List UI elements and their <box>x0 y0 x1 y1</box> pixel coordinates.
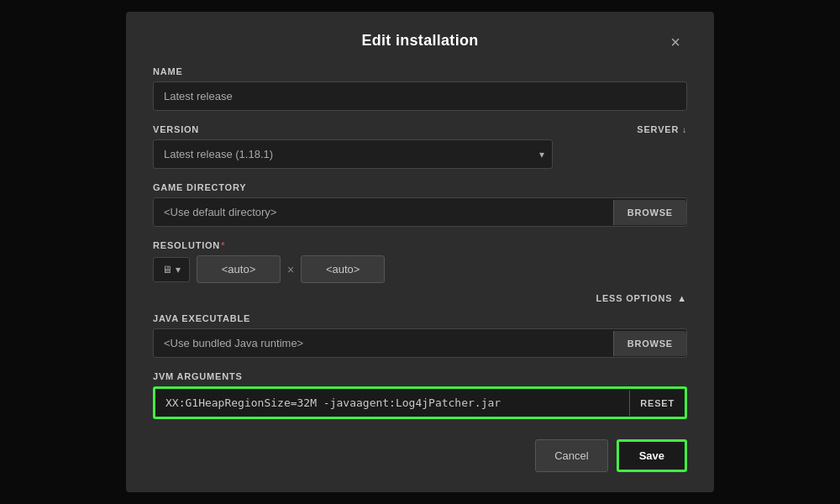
game-directory-text: <Use default directory> <box>154 198 613 226</box>
version-select[interactable]: Latest release (1.18.1) <box>153 139 553 169</box>
close-button[interactable]: × <box>664 30 687 54</box>
jvm-arguments-row: XX:G1HeapRegionSize=32M -javaagent:Log4j… <box>153 386 687 419</box>
version-server-row: VERSION Latest release (1.18.1) ▾ SERVER… <box>153 124 687 182</box>
java-executable-text: <Use bundled Java runtime> <box>154 329 613 357</box>
java-executable-label: JAVA EXECUTABLE <box>153 313 687 323</box>
resolution-controls: 🖥 ▾ × <box>153 255 687 283</box>
modal-footer: Cancel Save <box>153 439 687 472</box>
less-options-row: LESS OPTIONS ▲ <box>153 293 687 303</box>
times-symbol: × <box>287 263 294 276</box>
version-select-wrapper: Latest release (1.18.1) ▾ <box>153 139 553 169</box>
resolution-field-group: RESOLUTION* 🖥 ▾ × <box>153 240 687 283</box>
jvm-arguments-label: JVM ARGUMENTS <box>153 371 687 381</box>
version-label: VERSION <box>153 124 553 134</box>
version-section: VERSION Latest release (1.18.1) ▾ <box>153 124 553 169</box>
edit-installation-modal: Edit installation × NAME VERSION Latest … <box>126 12 714 492</box>
jvm-arguments-field-group: JVM ARGUMENTS XX:G1HeapRegionSize=32M -j… <box>153 371 687 419</box>
java-executable-browse-button[interactable]: BROWSE <box>613 331 686 356</box>
less-options-button[interactable]: LESS OPTIONS ▲ <box>596 293 687 303</box>
java-executable-field-group: JAVA EXECUTABLE <Use bundled Java runtim… <box>153 313 687 358</box>
game-directory-browse-button[interactable]: BROWSE <box>613 200 686 225</box>
monitor-dropdown-arrow: ▾ <box>176 264 181 276</box>
resolution-required-marker: * <box>221 240 225 250</box>
monitor-select-button[interactable]: 🖥 ▾ <box>153 257 190 282</box>
resolution-height-input[interactable] <box>301 255 385 283</box>
name-field-group: NAME <box>153 66 687 111</box>
name-input[interactable] <box>153 81 687 111</box>
game-directory-field-group: GAME DIRECTORY <Use default directory> B… <box>153 182 687 227</box>
server-label: SERVER ↓ <box>553 124 687 134</box>
jvm-arguments-reset-button[interactable]: RESET <box>629 391 685 416</box>
game-directory-row: <Use default directory> BROWSE <box>153 197 687 227</box>
server-sort-arrow: ↓ <box>682 125 687 134</box>
resolution-label: RESOLUTION* <box>153 240 687 250</box>
save-button[interactable]: Save <box>617 439 687 472</box>
name-label: NAME <box>153 66 687 76</box>
modal-header: Edit installation × <box>153 32 687 50</box>
server-section: SERVER ↓ <box>553 124 687 139</box>
monitor-icon: 🖥 <box>162 264 172 276</box>
java-executable-row: <Use bundled Java runtime> BROWSE <box>153 328 687 358</box>
modal-title: Edit installation <box>361 32 478 50</box>
game-directory-label: GAME DIRECTORY <box>153 182 687 192</box>
jvm-arguments-text: XX:G1HeapRegionSize=32M -javaagent:Log4j… <box>155 389 629 417</box>
cancel-button[interactable]: Cancel <box>535 439 607 472</box>
resolution-width-input[interactable] <box>197 255 281 283</box>
